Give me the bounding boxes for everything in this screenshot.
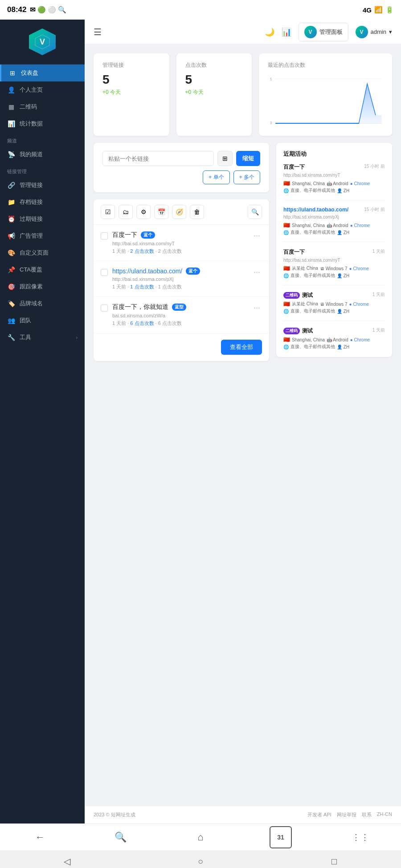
- link-checkbox-3[interactable]: [101, 304, 108, 312]
- admin-username: admin: [371, 28, 386, 35]
- link-menu-3[interactable]: ···: [252, 303, 262, 312]
- content-row: ⊞ 缩短 + 单个 + 多个 ☑ 🗂 ⚙: [94, 143, 392, 361]
- search2-icon: 🔍: [58, 6, 66, 14]
- link-clicks-2[interactable]: 1 点击次数: [130, 284, 154, 289]
- sidebar-item-qrcode[interactable]: ▦ 二维码: [0, 98, 85, 115]
- gesture-back-button[interactable]: ◁: [56, 852, 78, 868]
- add-many-button[interactable]: + 多个: [233, 170, 260, 184]
- sidebar-item-tools[interactable]: 🔧 工具 ›: [0, 329, 85, 346]
- footer-api-link[interactable]: 开发者 API: [307, 811, 331, 818]
- admin-panel-button[interactable]: V 管理面板: [299, 23, 348, 41]
- activity-header-4: 二维码 测试 1 天前: [283, 292, 385, 299]
- sidebar-item-ads[interactable]: 📢 广告管理: [0, 227, 85, 244]
- nav-back-button[interactable]: ←: [29, 826, 51, 848]
- link-stats-2: 1 天前 · 1 点击次数 · 1 点击次数: [112, 284, 247, 290]
- topbar-right: 🌙 📊 V 管理面板 V admin ▾: [265, 23, 392, 41]
- link-menu-2[interactable]: ···: [252, 268, 262, 277]
- nav-search-button[interactable]: 🔍: [109, 826, 131, 848]
- svg-text:13/05: 13/05: [273, 127, 278, 128]
- expired-icon: ⏰: [7, 215, 15, 223]
- sidebar-item-profile[interactable]: 👤 个人主页: [0, 81, 85, 98]
- sidebar-cta-label: CTA覆盖: [20, 266, 78, 274]
- nav-home-button[interactable]: ⌂: [189, 826, 212, 848]
- sidebar-item-archive[interactable]: 📁 存档链接: [0, 194, 85, 211]
- archive-icon: 📁: [7, 199, 15, 206]
- view-all-button[interactable]: 查看全部: [221, 340, 262, 355]
- location-2: Shanghai, China: [292, 223, 325, 228]
- status-bar: 08:42 ✉ 🟢 ⚪ 🔍 4G 📶 🔋: [0, 0, 401, 20]
- source-icon-5: 🌐: [283, 345, 289, 349]
- sidebar-item-tracking[interactable]: 🎯 跟踪像素: [0, 278, 85, 295]
- nav-more-button[interactable]: ⋮⋮: [350, 826, 372, 848]
- menu-toggle-button[interactable]: ☰: [94, 27, 102, 37]
- admin-user-button[interactable]: V admin ▾: [356, 26, 392, 38]
- stats-chart-icon[interactable]: 📊: [282, 27, 291, 37]
- link-clicks-3[interactable]: 6 点击次数: [130, 320, 154, 326]
- add-single-button[interactable]: + 单个: [203, 170, 229, 184]
- footer-contact-link[interactable]: 联系: [362, 811, 372, 818]
- shorten-button[interactable]: 缩短: [236, 151, 260, 166]
- custom-pages-icon: 🎨: [7, 249, 15, 256]
- sidebar-item-expired[interactable]: ⏰ 过期链接: [0, 211, 85, 227]
- sidebar-item-stats[interactable]: 📊 统计数据: [0, 115, 85, 132]
- link-title-row-3: 百度一下，你就知道 蓝型: [112, 303, 247, 311]
- link-icon: 🔗: [7, 182, 15, 189]
- footer-report-link[interactable]: 网址举报: [337, 811, 356, 818]
- sidebar-item-channels[interactable]: 📡 我的频道: [0, 146, 85, 163]
- link-checkbox-2[interactable]: [101, 269, 108, 276]
- admin-avatar-small: V: [304, 26, 317, 38]
- moon-icon[interactable]: 🌙: [265, 27, 274, 37]
- profile-icon: 👤: [7, 86, 15, 93]
- admin-panel-label: 管理面板: [319, 28, 343, 36]
- sidebar-item-team[interactable]: 👥 团队: [0, 312, 85, 329]
- archive-button[interactable]: 🗂: [119, 205, 133, 219]
- source-text-5: 直接、电子邮件或其他: [291, 344, 335, 350]
- activity-section: 近期活动 百度一下 15 小时 前 http://bai.sd.xinsma.c…: [276, 143, 392, 361]
- activity-header-1: 百度一下 15 小时 前: [283, 163, 385, 171]
- nav-calendar-button[interactable]: 31: [270, 826, 292, 848]
- activity-row2-1: 🌐 直接、电子邮件或其他 👤 ZH: [283, 187, 385, 194]
- link-url-1: http://bai.sd.xinsma.com/nyT: [112, 241, 247, 246]
- sidebar-manage-links-label: 管理链接: [20, 181, 78, 189]
- sidebar-item-branding[interactable]: 🏷️ 品牌域名: [0, 295, 85, 312]
- sidebar-item-cta[interactable]: 📌 CTA覆盖: [0, 261, 85, 278]
- link-title-3: 百度一下，你就知道: [112, 303, 168, 311]
- link-checkbox-1[interactable]: [101, 232, 108, 239]
- msg-icon: ✉: [30, 6, 36, 14]
- admin-avatar: V: [356, 26, 368, 38]
- activity-header-3: 百度一下 1 天前: [283, 248, 385, 256]
- qr-code-button[interactable]: ⊞: [217, 151, 233, 166]
- managed-links-change: +0 今天: [102, 89, 160, 96]
- managed-links-card: 管理链接 5 +0 今天: [94, 53, 169, 136]
- activity-link-name-4: 测试: [302, 292, 313, 299]
- calendar-filter-button[interactable]: 📅: [154, 205, 168, 219]
- gesture-home-button[interactable]: ○: [189, 852, 212, 868]
- link-badge-3: 蓝型: [172, 304, 186, 311]
- long-url-input[interactable]: [102, 151, 214, 166]
- compass-button[interactable]: 🧭: [172, 205, 186, 219]
- shorten-input-row: ⊞ 缩短: [102, 151, 260, 166]
- sidebar-archive-label: 存档链接: [20, 198, 78, 206]
- delete-button[interactable]: 🗑: [190, 205, 204, 219]
- status-time: 08:42: [7, 5, 26, 14]
- settings-button[interactable]: ⚙: [136, 205, 151, 219]
- shorten-actions: + 单个 + 多个: [102, 170, 260, 184]
- chart-title: 最近的点击次数: [268, 61, 383, 69]
- os-4: 🖥 Windows 7: [320, 302, 348, 307]
- source-text-2: 直接、电子邮件或其他: [291, 229, 335, 235]
- sidebar-item-dashboard[interactable]: ⊞ 仪表盘: [0, 65, 85, 81]
- gesture-recent-button[interactable]: □: [323, 852, 345, 868]
- footer-lang-link[interactable]: ZH-CN: [377, 811, 392, 818]
- search-button[interactable]: 🔍: [248, 205, 262, 219]
- signal-icon: 📶: [374, 6, 383, 14]
- status-left: 08:42 ✉ 🟢 ⚪ 🔍: [7, 5, 66, 14]
- sidebar-item-profile-label: 个人主页: [20, 86, 78, 94]
- sidebar-item-custom-pages[interactable]: 🎨 自定义页面: [0, 244, 85, 261]
- sidebar-item-manage-links[interactable]: 🔗 管理链接: [0, 177, 85, 194]
- link-clicks-1[interactable]: 2 点击次数: [130, 248, 154, 254]
- check-all-button[interactable]: ☑: [101, 205, 115, 219]
- sidebar-item-channels-label: 我的频道: [20, 150, 78, 158]
- user-1: 👤 ZH: [337, 188, 349, 193]
- link-menu-1[interactable]: ···: [252, 231, 262, 240]
- activity-time-5: 1 天前: [372, 327, 385, 333]
